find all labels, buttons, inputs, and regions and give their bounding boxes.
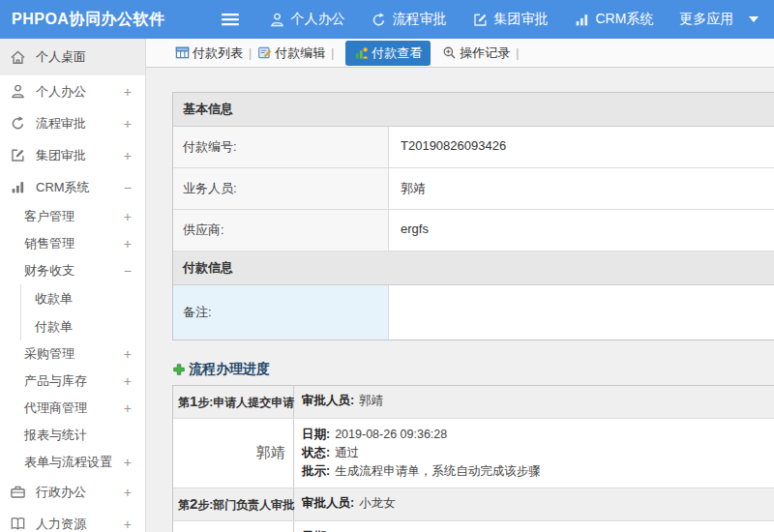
expand-toggle[interactable]: + xyxy=(124,116,139,132)
sidebar-item-label: 报表与统计 xyxy=(24,427,87,444)
section-header-payment-info: 付款信息 xyxy=(173,251,774,285)
sidebar-item-label: 人力资源 xyxy=(36,516,86,532)
expand-toggle[interactable]: + xyxy=(124,517,139,532)
chart-icon xyxy=(10,179,26,195)
status-value: 通过 xyxy=(335,446,359,459)
sidebar-item-label: 财务收支 xyxy=(24,262,74,280)
sidebar-item-receipt-order[interactable]: 收款单 xyxy=(20,284,145,312)
sidebar-item-personal-desktop[interactable]: 个人桌面 xyxy=(0,39,145,75)
sidebar-item-label: 产品与库存 xyxy=(24,372,87,390)
expand-toggle[interactable]: + xyxy=(124,400,139,416)
nav-label: 更多应用 xyxy=(679,11,733,28)
sidebar-item-label: 付款单 xyxy=(35,318,73,336)
sidebar: 个人桌面 个人办公 + 流程审批 + 集团审批 + CRM系统 − 客户管理 +… xyxy=(0,39,146,532)
collapse-toggle[interactable]: − xyxy=(124,263,139,279)
approver-label: 审批人员: xyxy=(302,394,354,407)
process-progress-heading: 流程办理进度 xyxy=(172,361,774,378)
sidebar-item-purchase-mgmt[interactable]: 采购管理 + xyxy=(0,340,145,368)
home-icon xyxy=(10,49,26,66)
tab-separator: | xyxy=(249,46,252,60)
sidebar-item-label: 流程审批 xyxy=(36,115,86,133)
step-detail-cell: 日期:2019-08-26 09:36:28 状态:通过 批示:生成流程申请单，… xyxy=(294,419,774,488)
user-icon xyxy=(269,12,285,28)
expand-toggle[interactable]: + xyxy=(124,485,139,500)
tab-payment-edit[interactable]: 付款编辑 xyxy=(257,44,325,62)
nav-label: 个人办公 xyxy=(290,11,344,28)
tab-payment-view[interactable]: 付款查看 xyxy=(345,41,431,66)
tab-separator: | xyxy=(331,46,334,60)
sidebar-item-label: 表单与流程设置 xyxy=(24,454,112,471)
sidebar-item-human-resources[interactable]: 人力资源 + xyxy=(0,508,145,532)
view-icon xyxy=(354,45,369,60)
table-icon xyxy=(175,45,190,60)
field-value-payment-number: T20190826093426 xyxy=(389,127,774,167)
sidebar-item-group-approval[interactable]: 集团审批 + xyxy=(0,139,145,171)
sidebar-item-label: 个人办公 xyxy=(36,83,86,101)
step-approver-cell: 审批人员:郭靖 xyxy=(294,386,774,418)
sidebar-item-admin-office[interactable]: 行政办公 + xyxy=(0,476,145,508)
field-value-supplier: ergfs xyxy=(389,210,774,251)
edit-icon xyxy=(10,147,26,163)
sidebar-item-label: CRM系统 xyxy=(36,179,90,196)
sidebar-item-workflow-approval[interactable]: 流程审批 + xyxy=(0,107,145,139)
payment-view-panel: 基本信息 付款编号: T20190826093426 业务人员: 郭靖 供应商:… xyxy=(146,68,774,532)
process-step-detail: 小龙女 日期:2019-08-26 09:38:06 状态:通过 批示:通过 xyxy=(173,521,774,532)
nav-group-approval[interactable]: 集团审批 xyxy=(472,11,548,28)
sidebar-item-form-workflow-settings[interactable]: 表单与流程设置 + xyxy=(0,449,145,476)
step-suffix: 步:申请人提交申请 xyxy=(197,396,294,409)
nav-crm-system[interactable]: CRM系统 xyxy=(574,11,653,28)
sidebar-item-payment-order[interactable]: 付款单 xyxy=(20,312,145,340)
step-prefix: 第 xyxy=(178,396,190,409)
expand-toggle[interactable]: + xyxy=(124,455,139,470)
top-nav-bar: PHPOA协同办公软件 个人办公 流程审批 集团审批 CRM系统 更多应用 xyxy=(0,0,774,39)
sidebar-item-label: 客户管理 xyxy=(24,208,74,225)
top-nav: 个人办公 流程审批 集团审批 CRM系统 更多应用 xyxy=(269,11,774,28)
expand-toggle[interactable]: + xyxy=(124,148,139,163)
sidebar-item-crm-system[interactable]: CRM系统 − xyxy=(0,171,145,203)
step-detail-cell: 日期:2019-08-26 09:38:06 状态:通过 批示:通过 xyxy=(294,521,774,532)
expand-toggle[interactable]: + xyxy=(124,346,139,362)
sidebar-item-sales-mgmt[interactable]: 销售管理 + xyxy=(0,230,145,257)
nav-label: 流程审批 xyxy=(392,11,446,28)
field-label-remark: 备注: xyxy=(173,285,389,340)
sidebar-item-label: 行政办公 xyxy=(36,484,86,501)
sidebar-item-agent-mgmt[interactable]: 代理商管理 + xyxy=(0,395,145,422)
date-value: 2019-08-26 09:36:28 xyxy=(335,428,447,441)
status-label: 状态: xyxy=(302,446,330,459)
nav-workflow-approval[interactable]: 流程审批 xyxy=(371,11,446,28)
process-step-header: 第2步:部门负责人审批 审批人员:小龙女 xyxy=(173,488,774,521)
sidebar-item-product-inventory[interactable]: 产品与库存 + xyxy=(0,368,145,395)
menu-icon[interactable] xyxy=(221,12,240,27)
tab-operation-log[interactable]: 操作记录 xyxy=(442,44,510,62)
tab-label: 操作记录 xyxy=(460,44,510,62)
expand-toggle[interactable]: + xyxy=(124,236,139,251)
sidebar-item-label: 代理商管理 xyxy=(24,399,87,417)
payment-info-table: 基本信息 付款编号: T20190826093426 业务人员: 郭靖 供应商:… xyxy=(172,92,774,340)
expand-toggle[interactable]: + xyxy=(124,209,139,224)
nav-personal-office[interactable]: 个人办公 xyxy=(269,11,344,28)
approver-label: 审批人员: xyxy=(302,496,354,510)
table-row: 备注: xyxy=(173,285,774,340)
green-plus-icon xyxy=(172,363,186,376)
sidebar-item-customer-mgmt[interactable]: 客户管理 + xyxy=(0,203,145,230)
collapse-toggle[interactable]: − xyxy=(124,180,139,195)
user-icon xyxy=(10,83,26,100)
process-step-header: 第1步:申请人提交申请 审批人员:郭靖 xyxy=(173,386,774,419)
step-status-line: 状态:通过 xyxy=(302,444,766,462)
sidebar-item-label: 收款单 xyxy=(35,290,73,308)
tab-payment-list[interactable]: 付款列表 xyxy=(175,44,243,62)
main-content: 付款列表 | 付款编辑 | 付款查看 操作记录 | 基本信息 xyxy=(146,39,774,532)
tab-label: 付款查看 xyxy=(372,44,422,62)
sidebar-item-reports-stats[interactable]: 报表与统计 xyxy=(0,422,145,449)
tab-bar: 付款列表 | 付款编辑 | 付款查看 操作记录 | xyxy=(146,39,774,68)
nav-more-apps[interactable]: 更多应用 xyxy=(679,11,759,28)
table-row: 付款编号: T20190826093426 xyxy=(173,127,774,168)
expand-toggle[interactable]: + xyxy=(124,84,139,100)
expand-toggle[interactable]: + xyxy=(124,373,139,389)
sidebar-item-finance[interactable]: 财务收支 − xyxy=(0,257,145,284)
sidebar-item-label: 个人桌面 xyxy=(36,48,86,66)
field-label-supplier: 供应商: xyxy=(173,210,389,251)
sidebar-item-personal-office[interactable]: 个人办公 + xyxy=(0,75,145,107)
table-row: 供应商: ergfs xyxy=(173,210,774,251)
field-label-business-person: 业务人员: xyxy=(173,168,389,209)
